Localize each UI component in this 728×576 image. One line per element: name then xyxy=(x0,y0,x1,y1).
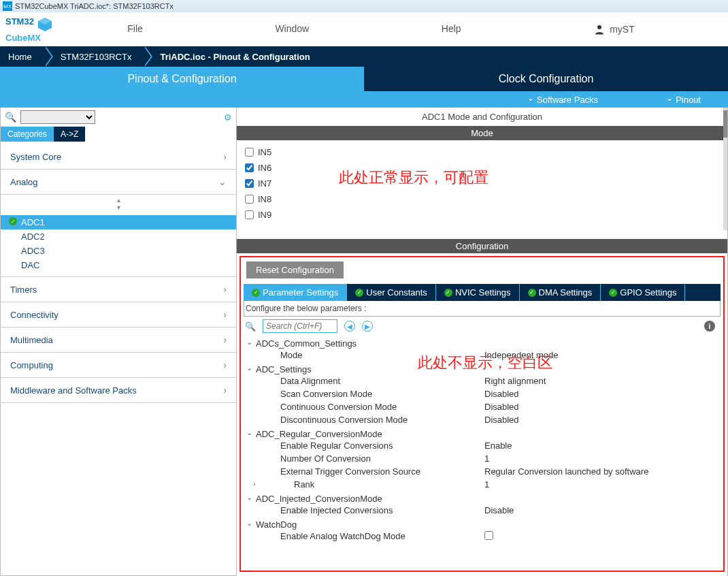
sort-icon[interactable]: ▴▾ xyxy=(1,195,236,212)
mode-row-in9: IN9 xyxy=(245,207,719,223)
chevron-right-icon xyxy=(223,385,227,396)
param-group-header[interactable]: ADC_Regular_ConversionMode xyxy=(246,429,718,439)
checkbox-in8[interactable] xyxy=(245,195,254,204)
sidebar-group-timers[interactable]: Timers xyxy=(1,277,236,302)
checkbox-in7[interactable] xyxy=(245,179,254,188)
breadcrumb: Home STM32F103RCTx TriADC.ioc - Pinout &… xyxy=(0,46,728,67)
param-row-rank[interactable]: Rank1 xyxy=(246,478,718,491)
prev-icon[interactable]: ◀ xyxy=(344,321,355,332)
chevron-right-icon xyxy=(223,151,227,162)
sidebar-search-select[interactable] xyxy=(20,110,95,124)
chevron-right-icon[interactable] xyxy=(253,479,261,487)
sub-toolbar: Software Packs Pinout xyxy=(0,91,728,108)
breadcrumb-project[interactable]: TriADC.ioc - Pinout & Configuration xyxy=(144,46,322,67)
param-row-continuous-conversion[interactable]: Continuous Conversion ModeDisabled xyxy=(246,400,718,413)
check-icon: ✓ xyxy=(609,289,617,297)
window-title: STM32CubeMX TriADC.ioc*: STM32F103RCTx xyxy=(15,2,173,10)
tab-gpio-settings[interactable]: ✓GPIO Settings xyxy=(601,284,685,301)
sidebar-tab-categories[interactable]: Categories xyxy=(1,127,54,142)
param-row-enable-injected[interactable]: Enable Injected ConversionsDisable xyxy=(246,504,718,517)
param-group-header[interactable]: WatchDog xyxy=(246,519,718,530)
check-icon: ✓ xyxy=(528,289,536,297)
menu-window[interactable]: Window xyxy=(275,23,309,35)
param-row-data-alignment[interactable]: Data AlignmentRight alignment xyxy=(246,374,718,387)
breadcrumb-home[interactable]: Home xyxy=(0,46,44,67)
checkbox-in6[interactable] xyxy=(245,163,254,172)
tab-user-constants[interactable]: ✓User Constants xyxy=(347,284,436,301)
param-row-discontinuous-conversion[interactable]: Discontinuous Conversion ModeDisabled xyxy=(246,413,718,426)
sidebar-group-middleware[interactable]: Middleware and Software Packs xyxy=(1,378,236,403)
scrollbar-thumb[interactable] xyxy=(723,110,727,138)
check-icon: ✓ xyxy=(252,289,260,297)
param-row-enable-regular[interactable]: Enable Regular ConversionsEnable xyxy=(246,439,718,452)
check-icon: ✓ xyxy=(355,289,363,297)
myst-label: mySТ xyxy=(610,24,635,35)
logo-cubemx: CubeMX xyxy=(5,33,41,43)
app-icon: MX xyxy=(3,1,12,11)
sidebar-tab-az[interactable]: A->Z xyxy=(54,127,85,142)
sidebar-item-adc3[interactable]: ADC3 xyxy=(1,244,236,258)
cube-icon xyxy=(37,16,53,33)
sidebar-group-multimedia[interactable]: Multimedia xyxy=(1,327,236,353)
sidebar-item-adc2[interactable]: ADC2 xyxy=(1,229,236,244)
check-icon: ✓ xyxy=(444,289,452,297)
chevron-right-icon xyxy=(223,334,227,345)
annotation-2: 此处不显示，空白区 xyxy=(418,353,552,373)
tab-pinout-config[interactable]: Pinout & Configuration xyxy=(0,67,364,91)
config-description: Configure the below parameters : xyxy=(244,301,721,317)
sidebar-item-adc1[interactable]: ✓ADC1 xyxy=(1,215,236,229)
checkbox-in9[interactable] xyxy=(245,210,254,219)
reset-configuration-button[interactable]: Reset Configuration xyxy=(246,261,344,278)
menu-file[interactable]: File xyxy=(127,23,143,35)
main-tabs: Pinout & Configuration Clock Configurati… xyxy=(0,67,728,91)
logo: STM32 CubeMX xyxy=(0,15,61,44)
tab-parameter-settings[interactable]: ✓Parameter Settings xyxy=(244,284,347,301)
menu-help[interactable]: Help xyxy=(442,23,461,35)
chevron-right-icon xyxy=(223,359,227,370)
sidebar-group-system-core[interactable]: System Core xyxy=(1,144,236,170)
info-icon[interactable]: i xyxy=(704,321,715,332)
workspace: 🔍 ⚙ Categories A->Z System Core Analog ▴… xyxy=(0,108,728,576)
software-packs-dropdown[interactable]: Software Packs xyxy=(527,95,598,105)
param-group-watchdog: WatchDog Enable Analog WatchDog Mode xyxy=(246,518,718,545)
tab-dma-settings[interactable]: ✓DMA Settings xyxy=(520,284,601,301)
param-group-injected-conversion: ADC_Injected_ConversionMode Enable Injec… xyxy=(246,492,718,518)
menu-myst[interactable]: mySТ xyxy=(593,23,635,35)
sidebar-group-analog[interactable]: Analog xyxy=(1,170,236,195)
param-group-regular-conversion: ADC_Regular_ConversionMode Enable Regula… xyxy=(246,428,718,492)
search-icon[interactable]: 🔍 xyxy=(245,321,256,332)
chevron-right-icon xyxy=(223,309,227,320)
checkbox-in5[interactable] xyxy=(245,148,254,157)
annotation-1: 此处正常显示，可配置 xyxy=(339,167,489,188)
param-row-external-trigger[interactable]: External Trigger Conversion SourceRegula… xyxy=(246,465,718,478)
param-row-scan-conversion[interactable]: Scan Conversion ModeDisabled xyxy=(246,387,718,400)
config-search-row: 🔍 ◀ ▶ i xyxy=(244,317,721,336)
sidebar-analog-items: ✓ADC1 ADC2 ADC3 DAC xyxy=(1,212,236,276)
param-group-header[interactable]: ADCs_Common_Settings xyxy=(246,338,718,349)
configuration-panel: 此处不显示，空白区 Reset Configuration ✓Parameter… xyxy=(239,256,725,572)
sidebar-group-computing[interactable]: Computing xyxy=(1,353,236,378)
window-titlebar: MX STM32CubeMX TriADC.ioc*: STM32F103RCT… xyxy=(0,0,728,12)
mode-row-in5: IN5 xyxy=(245,144,719,160)
sidebar-body: System Core Analog ▴▾ ✓ADC1 ADC2 ADC3 DA… xyxy=(1,142,236,406)
param-row-enable-watchdog[interactable]: Enable Analog WatchDog Mode xyxy=(246,530,718,543)
config-search-input[interactable] xyxy=(263,319,337,333)
top-bar: STM32 CubeMX File Window Help mySТ xyxy=(0,12,728,46)
tab-nvic-settings[interactable]: ✓NVIC Settings xyxy=(436,284,520,301)
chevron-right-icon xyxy=(223,284,227,295)
svg-point-2 xyxy=(597,25,601,29)
breadcrumb-chip[interactable]: STM32F103RCTx xyxy=(44,46,144,67)
sidebar-item-dac[interactable]: DAC xyxy=(1,258,236,272)
search-icon[interactable]: 🔍 xyxy=(5,112,16,123)
pinout-dropdown[interactable]: Pinout xyxy=(666,95,701,105)
tab-clock-config[interactable]: Clock Configuration xyxy=(364,67,728,91)
gear-icon[interactable]: ⚙ xyxy=(224,112,232,123)
checkbox-watchdog[interactable] xyxy=(484,531,493,540)
main-panel: ADC1 Mode and Configuration Mode IN5 IN6… xyxy=(237,108,728,576)
check-icon: ✓ xyxy=(9,217,17,225)
sidebar-group-connectivity[interactable]: Connectivity xyxy=(1,302,236,327)
next-icon[interactable]: ▶ xyxy=(362,321,373,332)
param-row-number-conversion[interactable]: Number Of Conversion1 xyxy=(246,452,718,465)
param-group-header[interactable]: ADC_Injected_ConversionMode xyxy=(246,494,718,504)
config-tabs: ✓Parameter Settings ✓User Constants ✓NVI… xyxy=(244,284,721,301)
